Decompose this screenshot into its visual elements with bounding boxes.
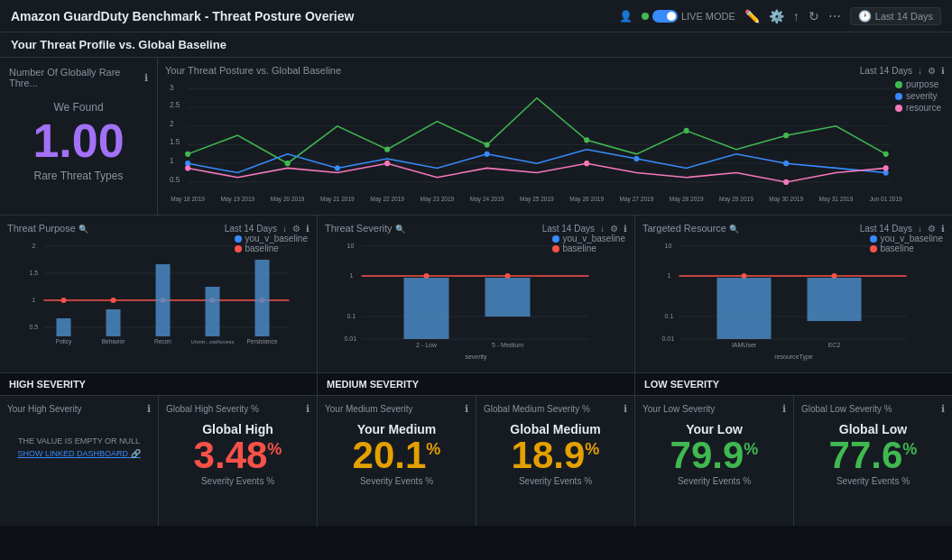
- svg-text:EC2: EC2: [828, 342, 841, 348]
- your-medium-info[interactable]: ℹ: [465, 403, 468, 415]
- severity-bar-chart: 10 1 0.1 0.01 2 - Low 5 - Medium severit…: [325, 237, 627, 363]
- global-low-info[interactable]: ℹ: [941, 403, 945, 415]
- purpose-info-icon[interactable]: ℹ: [306, 224, 310, 234]
- edit-icon[interactable]: ✏️: [744, 9, 760, 23]
- more-icon[interactable]: ⋯: [828, 9, 841, 23]
- date-range-picker[interactable]: 🕐 Last 14 Days: [850, 7, 941, 25]
- chart-info-icon[interactable]: ℹ: [941, 66, 945, 76]
- svg-text:3: 3: [170, 84, 174, 92]
- svg-text:May 22 2019: May 22 2019: [370, 196, 404, 203]
- severity-sections: HIGH SEVERITY Your High Severity ℹ THE V…: [0, 373, 952, 527]
- resource-you-dot: [870, 235, 877, 243]
- svg-text:1: 1: [668, 272, 671, 279]
- svg-text:1: 1: [350, 272, 354, 279]
- filter-icon[interactable]: ⚙️: [769, 9, 784, 23]
- purpose-filter-icon[interactable]: ⚙: [292, 224, 300, 234]
- svg-point-21: [335, 165, 340, 170]
- svg-point-15: [485, 142, 490, 147]
- user-icon: 👤: [619, 10, 633, 23]
- share-icon[interactable]: ↑: [793, 9, 799, 23]
- svg-text:May 30 2019: May 30 2019: [769, 196, 803, 203]
- medium-severity-section: MEDIUM SEVERITY Your Medium Severity ℹ Y…: [318, 373, 635, 527]
- global-medium-info[interactable]: ℹ: [624, 403, 627, 415]
- svg-text:1.5: 1.5: [170, 138, 180, 146]
- severity-filter-icon[interactable]: ⚙: [610, 224, 618, 234]
- svg-text:May 25 2019: May 25 2019: [520, 196, 554, 203]
- main-line-chart-panel: Your Threat Posture vs. Global Baseline …: [158, 58, 952, 215]
- refresh-icon[interactable]: ↻: [809, 9, 819, 23]
- svg-text:severity: severity: [465, 353, 487, 361]
- svg-point-13: [285, 161, 291, 166]
- global-high-card: Global High Severity % ℹ Global High 3.4…: [159, 396, 317, 526]
- svg-point-22: [485, 151, 490, 157]
- svg-text:May 27 2019: May 27 2019: [620, 196, 654, 203]
- live-indicator: [642, 13, 649, 20]
- svg-rect-81: [404, 278, 449, 339]
- global-low-sub: Severity Events %: [801, 476, 945, 486]
- resource-filter-icon[interactable]: ⚙: [928, 224, 936, 234]
- svg-text:May 28 2019: May 28 2019: [670, 196, 704, 203]
- severity-dl-icon[interactable]: ↓: [600, 224, 605, 234]
- severity-baseline-label: baseline: [563, 243, 596, 253]
- your-high-card: Your High Severity ℹ THE VALUE IS EMPTY …: [0, 396, 159, 526]
- svg-text:May 26 2019: May 26 2019: [569, 196, 604, 203]
- chart-filter-icon[interactable]: ⚙: [928, 66, 936, 76]
- svg-text:1: 1: [170, 157, 174, 165]
- chart-download-icon[interactable]: ↓: [918, 66, 922, 76]
- svg-text:2.5: 2.5: [170, 101, 180, 109]
- section-title: Your Threat Profile vs. Global Baseline: [0, 32, 952, 58]
- clock-icon: 🕐: [858, 10, 872, 23]
- your-high-info[interactable]: ℹ: [147, 403, 151, 415]
- severity-you-dot: [552, 235, 559, 243]
- your-low-info[interactable]: ℹ: [782, 403, 786, 415]
- svg-text:10: 10: [347, 243, 355, 249]
- svg-text:resourceType: resourceType: [774, 353, 813, 361]
- live-mode-toggle[interactable]: LIVE MODE: [642, 10, 735, 23]
- global-high-info[interactable]: ℹ: [306, 403, 310, 415]
- your-low-card: Your Low Severity ℹ Your Low 79.9% Sever…: [635, 396, 794, 526]
- purpose-legend: you_v_baseline baseline: [235, 234, 309, 253]
- null-link[interactable]: SHOW LINKED DASHBOARD 🔗: [7, 449, 151, 458]
- your-low-title: Your Low Severity: [642, 404, 715, 414]
- resource-info-icon[interactable]: ℹ: [941, 224, 945, 234]
- svg-text:Recon: Recon: [154, 338, 171, 344]
- legend-severity: severity: [895, 91, 941, 101]
- resource-date: Last 14 Days: [860, 224, 912, 234]
- global-high-sub: Severity Events %: [166, 476, 310, 486]
- purpose-dl-icon[interactable]: ↓: [282, 224, 287, 234]
- svg-text:Behavior: Behavior: [102, 338, 125, 344]
- svg-point-14: [384, 147, 390, 152]
- global-medium-header: Global Medium Severity % ℹ: [484, 403, 627, 415]
- live-mode-switch[interactable]: [652, 10, 678, 23]
- resource-legend-baseline: baseline: [870, 243, 944, 253]
- svg-text:2: 2: [170, 120, 174, 128]
- purpose-controls: Last 14 Days ↓ ⚙ ℹ: [225, 224, 310, 234]
- severity-header: Threat Severity 🔍 Last 14 Days ↓ ⚙ ℹ: [325, 223, 627, 234]
- threat-severity-chart: Threat Severity 🔍 Last 14 Days ↓ ⚙ ℹ you…: [318, 216, 635, 372]
- date-range-badge: Last 14 Days: [860, 66, 912, 76]
- resource-legend: you_v_baseline baseline: [870, 234, 944, 253]
- svg-text:0.5: 0.5: [170, 176, 180, 184]
- resource-dl-icon[interactable]: ↓: [918, 224, 922, 234]
- global-medium-number: 18.9%: [484, 436, 627, 474]
- svg-text:IAMUser: IAMUser: [732, 342, 757, 348]
- severity-baseline-dot: [552, 245, 559, 252]
- severity-controls: Last 14 Days ↓ ⚙ ℹ: [542, 224, 627, 234]
- your-medium-sub: Severity Events %: [325, 476, 468, 486]
- purpose-date: Last 14 Days: [225, 224, 277, 234]
- high-severity-cards: Your High Severity ℹ THE VALUE IS EMPTY …: [0, 396, 317, 526]
- info-icon[interactable]: ℹ: [144, 72, 148, 84]
- resource-bar-chart: 10 1 0.1 0.01 IAMUser EC2 resourceType: [642, 237, 945, 363]
- rare-threats-label: Rare Threat Types: [9, 170, 148, 182]
- purpose-you-label: you_v_baseline: [245, 234, 309, 243]
- your-medium-number: 20.1%: [325, 436, 468, 474]
- chart-legend: purpose severity resource: [895, 79, 941, 113]
- header-controls: 👤 LIVE MODE ✏️ ⚙️ ↑ ↻ ⋯ 🕐 Last 14 Days: [619, 7, 941, 25]
- svg-rect-97: [717, 278, 772, 339]
- severity-legend: you_v_baseline baseline: [552, 234, 626, 253]
- severity-info-icon[interactable]: ℹ: [624, 224, 627, 234]
- severity-you-label: you_v_baseline: [563, 234, 626, 243]
- global-low-card: Global Low Severity % ℹ Global Low 77.6%…: [794, 396, 952, 526]
- svg-text:May 20 2019: May 20 2019: [271, 196, 305, 203]
- legend-severity-label: severity: [906, 91, 937, 101]
